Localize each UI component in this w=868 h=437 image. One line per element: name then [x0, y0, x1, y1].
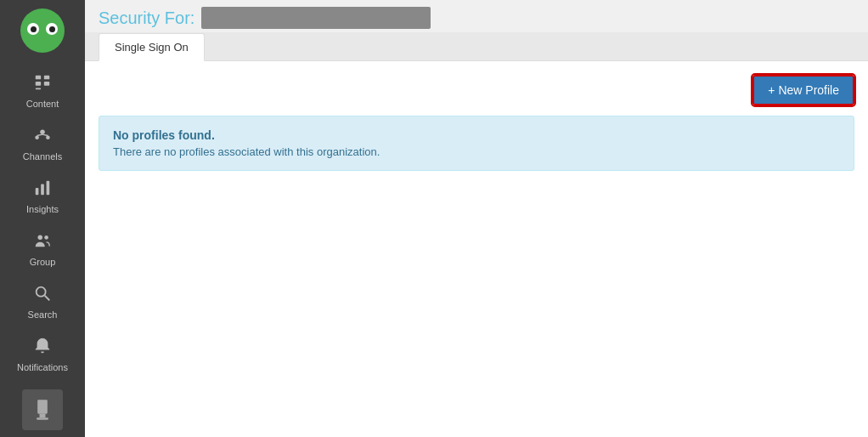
- security-for-label: Security For:: [99, 7, 431, 29]
- no-profiles-alert: No profiles found. There are no profiles…: [99, 116, 854, 171]
- sidebar-item-insights-label: Insights: [26, 204, 59, 214]
- alert-title: No profiles found.: [113, 128, 840, 142]
- svg-rect-17: [37, 400, 48, 413]
- tab-sso[interactable]: Single Sign On: [99, 33, 205, 61]
- logo-pupil-left: [31, 26, 37, 32]
- sidebar-item-content[interactable]: Content: [0, 65, 85, 117]
- svg-line-8: [37, 134, 42, 135]
- sidebar-item-notifications[interactable]: Notifications: [0, 328, 85, 381]
- new-profile-button[interactable]: + New Profile: [752, 75, 854, 105]
- svg-point-5: [40, 130, 45, 135]
- group-icon: [33, 231, 52, 254]
- notifications-icon: [33, 337, 52, 360]
- security-for-value: [201, 7, 431, 29]
- logo-face: [20, 9, 65, 53]
- sidebar-bottom-widget[interactable]: [22, 389, 63, 430]
- svg-point-7: [46, 135, 50, 139]
- sidebar-nav: Content Channels: [0, 61, 85, 381]
- sidebar-item-search[interactable]: Search: [0, 275, 85, 328]
- alert-text: There are no profiles associated with th…: [113, 145, 840, 158]
- logo-eye-right: [46, 23, 58, 35]
- svg-rect-2: [36, 82, 41, 86]
- svg-line-16: [45, 296, 50, 301]
- sidebar: Content Channels: [0, 0, 85, 437]
- svg-rect-4: [36, 88, 41, 89]
- insights-icon: [33, 179, 52, 201]
- sidebar-bottom: [0, 381, 85, 437]
- tabs-bar: Single Sign On: [85, 32, 868, 61]
- logo-pupil-right: [49, 26, 55, 32]
- sidebar-item-group[interactable]: Group: [0, 223, 85, 275]
- svg-point-15: [37, 287, 46, 297]
- svg-point-13: [38, 236, 43, 241]
- svg-rect-0: [36, 76, 41, 80]
- logo-eyes: [27, 23, 58, 35]
- logo: [0, 0, 85, 61]
- new-profile-btn-row: + New Profile: [99, 75, 854, 105]
- svg-rect-18: [40, 414, 46, 418]
- svg-rect-12: [47, 181, 50, 196]
- page-header: Security For:: [85, 0, 868, 29]
- sidebar-item-group-label: Group: [30, 257, 56, 267]
- svg-rect-1: [44, 76, 49, 80]
- sidebar-item-channels[interactable]: Channels: [0, 117, 85, 170]
- svg-rect-10: [36, 188, 39, 195]
- sidebar-item-insights[interactable]: Insights: [0, 170, 85, 223]
- content-icon: [33, 73, 52, 96]
- main-content: Security For: Single Sign On + New Profi…: [85, 0, 868, 437]
- svg-point-14: [44, 236, 48, 240]
- logo-eye-left: [27, 23, 39, 35]
- svg-rect-19: [37, 417, 48, 419]
- search-icon: [33, 284, 52, 307]
- sidebar-item-content-label: Content: [26, 99, 59, 109]
- sidebar-item-search-label: Search: [28, 309, 58, 320]
- content-area: + New Profile No profiles found. There a…: [85, 61, 868, 437]
- sidebar-item-notifications-label: Notifications: [17, 362, 68, 372]
- svg-point-6: [35, 135, 39, 139]
- security-for-text: Security For:: [99, 9, 194, 28]
- svg-line-9: [42, 134, 48, 135]
- svg-rect-11: [41, 184, 44, 195]
- svg-rect-3: [44, 82, 49, 86]
- channels-icon: [33, 126, 52, 149]
- sidebar-item-channels-label: Channels: [23, 151, 62, 162]
